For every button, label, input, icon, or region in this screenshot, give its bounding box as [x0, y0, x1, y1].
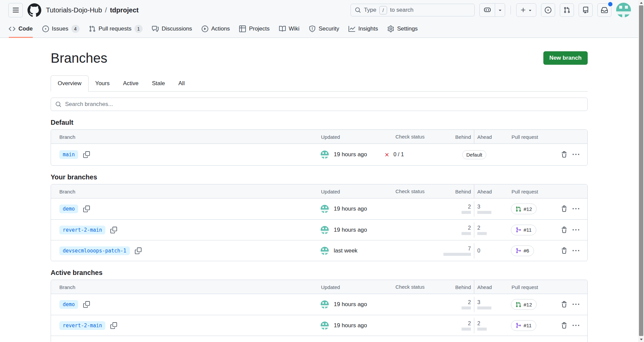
notifications-inbox-button[interactable]	[597, 3, 611, 17]
delete-branch-button[interactable]	[561, 322, 568, 329]
create-new-button[interactable]	[516, 3, 536, 17]
tab-actions[interactable]: Actions	[197, 20, 235, 38]
subtab-all[interactable]: All	[172, 76, 192, 91]
branch-options-button[interactable]	[573, 301, 579, 308]
copy-branch-name-button[interactable]	[110, 227, 117, 233]
pull-requests-header-button[interactable]	[560, 3, 574, 17]
breadcrumb-owner[interactable]: Tutorials-Dojo-Hub	[46, 6, 102, 14]
branch-row-main: main 19 hours ago 0 / 1 Default	[51, 144, 587, 165]
copy-branch-name-button[interactable]	[83, 151, 90, 158]
pull-request-badge[interactable]: #11	[511, 320, 536, 331]
updated-time[interactable]: last week	[334, 247, 358, 254]
copy-branch-name-button[interactable]	[83, 206, 90, 212]
delete-branch-button[interactable]	[561, 301, 568, 308]
copilot-dropdown-button[interactable]	[495, 4, 505, 16]
committer-avatar[interactable]	[321, 151, 329, 159]
committer-avatar[interactable]	[321, 226, 329, 234]
copy-branch-name-button[interactable]	[83, 301, 90, 308]
ahead-bar	[477, 306, 491, 309]
committer-avatar[interactable]	[321, 322, 329, 330]
tab-discussions[interactable]: Discussions	[147, 20, 197, 38]
branch-name-link[interactable]: demo	[59, 300, 78, 309]
chevron-down-icon	[528, 8, 533, 13]
pull-request-badge[interactable]: #12	[511, 299, 537, 310]
tab-code[interactable]: Code	[4, 20, 38, 38]
hamburger-menu-button[interactable]	[8, 3, 23, 17]
pull-request-badge[interactable]: #12	[511, 204, 537, 214]
user-avatar[interactable]	[616, 3, 631, 17]
tab-issues[interactable]: Issues 4	[38, 20, 84, 38]
delete-branch-button[interactable]	[561, 206, 568, 212]
branch-options-button[interactable]	[573, 227, 579, 233]
project-table-icon	[239, 25, 246, 32]
check-status[interactable]: 0 / 1	[381, 152, 445, 158]
scroll-up-arrow[interactable]	[638, 0, 644, 5]
branches-subtabs: Overview Yours Active Stale All	[51, 75, 588, 92]
committer-avatar[interactable]	[321, 247, 329, 255]
updated-time[interactable]: 19 hours ago	[334, 322, 367, 329]
updated-time[interactable]: 19 hours ago	[334, 227, 367, 233]
copy-icon	[110, 322, 117, 329]
branch-options-button[interactable]	[573, 206, 579, 212]
tab-pull-requests[interactable]: Pull requests 1	[84, 20, 147, 38]
new-branch-button[interactable]: New branch	[543, 51, 588, 65]
subtab-yours[interactable]: Yours	[89, 76, 116, 91]
updated-time[interactable]: 19 hours ago	[334, 301, 367, 308]
pull-request-badge[interactable]: #6	[511, 245, 534, 256]
scroll-down-arrow[interactable]	[638, 337, 644, 342]
pr-number: #12	[524, 302, 532, 307]
updated-time[interactable]: 19 hours ago	[334, 206, 367, 212]
delete-branch-button[interactable]	[561, 151, 568, 158]
branch-name-link[interactable]: demo	[59, 205, 78, 213]
behind-bar	[462, 211, 471, 214]
copy-icon	[135, 247, 142, 254]
committer-avatar[interactable]	[321, 205, 329, 213]
git-pull-request-icon	[89, 25, 96, 32]
tab-insights[interactable]: Insights	[344, 20, 383, 38]
branch-name-link[interactable]: main	[59, 150, 78, 159]
issues-header-button[interactable]	[541, 3, 555, 17]
column-header-behind: Behind	[445, 280, 474, 294]
pull-request-badge[interactable]: #11	[511, 225, 536, 235]
your-branches-table: Branch Updated Check status Behind Ahead…	[51, 184, 588, 261]
copy-branch-name-button[interactable]	[110, 322, 117, 329]
ahead-bar	[477, 328, 487, 331]
github-logo-icon[interactable]	[28, 3, 41, 17]
branch-options-button[interactable]	[573, 151, 579, 158]
trash-icon	[561, 206, 568, 212]
default-branch-badge: Default	[462, 150, 486, 159]
copy-branch-name-button[interactable]	[135, 247, 142, 254]
git-merge-icon	[516, 323, 521, 328]
tab-security[interactable]: Security	[304, 20, 344, 38]
behind-bar	[443, 253, 471, 256]
breadcrumb-repo[interactable]: tdproject	[110, 6, 139, 14]
tab-settings[interactable]: Settings	[383, 20, 422, 38]
column-header-pull-request: Pull request	[503, 189, 556, 194]
delete-branch-button[interactable]	[561, 247, 568, 254]
browser-viewport: Tutorials-Dojo-Hub / tdproject Type / to…	[0, 0, 644, 342]
branch-options-button[interactable]	[573, 247, 579, 254]
subtab-stale[interactable]: Stale	[145, 76, 172, 91]
updated-time[interactable]: 19 hours ago	[334, 151, 367, 158]
subtab-active[interactable]: Active	[116, 76, 145, 91]
git-pull-request-open-icon	[516, 206, 521, 212]
branch-name-link[interactable]: revert-2-main	[59, 321, 105, 330]
branch-name-link[interactable]: revert-2-main	[59, 226, 105, 234]
branch-options-button[interactable]	[573, 322, 579, 329]
search-branches-input[interactable]	[51, 98, 588, 111]
delete-branch-button[interactable]	[561, 227, 568, 233]
vertical-scrollbar[interactable]	[638, 0, 644, 342]
git-merge-icon	[516, 248, 521, 253]
committer-avatar[interactable]	[321, 300, 329, 308]
table-header-row: Branch Updated Check status Behind Ahead…	[51, 280, 587, 294]
branch-name-link[interactable]: devsecmlooops-patch-1	[59, 246, 130, 255]
global-search-input[interactable]: Type / to search	[351, 4, 475, 16]
copilot-button[interactable]	[480, 4, 495, 16]
subtab-overview[interactable]: Overview	[51, 75, 89, 92]
tab-projects[interactable]: Projects	[234, 20, 274, 38]
scrollbar-thumb[interactable]	[639, 5, 643, 336]
repositories-header-button[interactable]	[579, 3, 593, 17]
tab-wiki[interactable]: Wiki	[274, 20, 304, 38]
issue-opened-icon	[545, 7, 551, 13]
ahead-bar	[477, 211, 491, 214]
